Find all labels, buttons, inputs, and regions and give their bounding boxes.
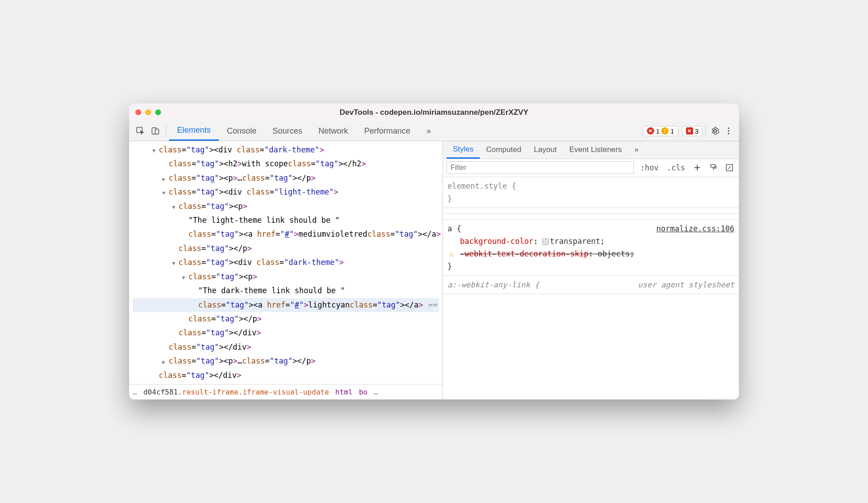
- devtools-window: DevTools - codepen.io/miriamsuzanne/pen/…: [129, 104, 739, 399]
- new-rule-icon[interactable]: [691, 164, 703, 172]
- dom-node[interactable]: "The dark-theme link should be ": [133, 284, 439, 298]
- tab-console[interactable]: Console: [219, 121, 265, 141]
- maximize-window-button[interactable]: [155, 109, 161, 115]
- warning-icon: ⚠: [449, 247, 454, 260]
- content: ▼class="tag"><div class="dark-theme">cla…: [129, 141, 739, 399]
- expand-arrow-icon[interactable]: ▶: [162, 175, 169, 184]
- styles-body[interactable]: element.style { } </div><div><span class…: [443, 177, 739, 399]
- breadcrumb[interactable]: … d04cf581.result-iframe.iframe-visual-u…: [129, 384, 443, 399]
- message-icon: ✕: [686, 127, 693, 134]
- tab-network[interactable]: Network: [310, 121, 356, 141]
- styles-subtabs: Styles Computed Layout Event Listeners »: [443, 141, 739, 159]
- breadcrumb-item[interactable]: html: [335, 388, 353, 396]
- dom-node[interactable]: ▼class="tag"><div class="dark-theme">: [133, 143, 439, 157]
- css-property[interactable]: ⚠-webkit-text-decoration-skip: objects;: [447, 247, 734, 260]
- filter-input[interactable]: [447, 161, 634, 174]
- tab-sources[interactable]: Sources: [265, 121, 310, 141]
- dom-node[interactable]: ▼class="tag"><div class="dark-theme">: [133, 256, 439, 269]
- svg-rect-6: [711, 165, 715, 167]
- inspect-element-icon[interactable]: [133, 123, 148, 139]
- tab-performance[interactable]: Performance: [356, 121, 418, 141]
- divider: [705, 125, 706, 137]
- paint-icon[interactable]: [707, 164, 719, 172]
- breadcrumb-prefix: …: [133, 388, 137, 396]
- dom-node[interactable]: class="tag"><h2>with scopeclass="tag"></…: [133, 157, 439, 171]
- expand-arrow-icon[interactable]: ▼: [152, 147, 159, 156]
- svg-point-4: [728, 130, 729, 132]
- dom-node[interactable]: class="tag"></div>: [133, 340, 439, 354]
- dom-node[interactable]: ▼class="tag"><div class="light-theme">: [133, 185, 439, 199]
- traffic-lights: [135, 109, 161, 115]
- svg-point-5: [728, 133, 729, 134]
- subtabs-overflow[interactable]: »: [628, 141, 645, 159]
- expand-arrow-icon[interactable]: ▶: [162, 358, 169, 367]
- rule-source: user agent stylesheet: [638, 278, 734, 291]
- dom-node[interactable]: class="tag"></p>: [133, 242, 439, 256]
- dom-node[interactable]: ▶class="tag"><p>…class="tag"></p>: [133, 354, 439, 368]
- css-property[interactable]: background-color: transparent;: [447, 235, 734, 247]
- css-rule[interactable]: </div><div><span class="selector-gray">@…: [443, 208, 739, 214]
- styles-panel: Styles Computed Layout Event Listeners »…: [443, 141, 739, 399]
- expand-arrow-icon[interactable]: ▼: [172, 259, 178, 268]
- main-tabs: Elements Console Sources Network Perform…: [169, 121, 439, 141]
- titlebar: DevTools - codepen.io/miriamsuzanne/pen/…: [129, 104, 739, 121]
- breadcrumb-item[interactable]: bo: [359, 388, 367, 396]
- kebab-menu-icon[interactable]: [722, 126, 735, 135]
- dom-tree[interactable]: ▼class="tag"><div class="dark-theme">cla…: [129, 141, 443, 384]
- device-toggle-icon[interactable]: [148, 123, 163, 139]
- messages-pill[interactable]: ✕ 3: [682, 126, 703, 136]
- expand-arrow-icon[interactable]: ▼: [162, 189, 169, 198]
- settings-icon[interactable]: [708, 126, 722, 135]
- expand-arrow-icon[interactable]: ▼: [172, 203, 178, 212]
- subtab-event-listeners[interactable]: Event Listeners: [563, 141, 628, 159]
- css-rule[interactable]: normalize.css:106a {background-color: tr…: [443, 220, 739, 276]
- css-rule[interactable]: </div><div class="selector">a:any-link {…: [443, 214, 739, 220]
- error-pill[interactable]: ✕ 1 ! 1: [643, 126, 678, 136]
- breadcrumb-item[interactable]: d04cf581: [143, 388, 178, 396]
- rule-source[interactable]: normalize.css:106: [656, 222, 734, 235]
- dom-node[interactable]: ▼class="tag"><p>: [133, 199, 439, 213]
- color-swatch-icon[interactable]: [542, 238, 549, 245]
- filter-bar: :hov .cls: [443, 159, 739, 177]
- computed-toggle-icon[interactable]: [724, 164, 735, 172]
- dom-node[interactable]: class="tag"></div>: [133, 326, 439, 340]
- expand-arrow-icon[interactable]: ▼: [182, 273, 188, 282]
- cls-button[interactable]: .cls: [665, 163, 687, 172]
- warning-icon: !: [661, 127, 668, 134]
- window-title: DevTools - codepen.io/miriamsuzanne/pen/…: [340, 108, 529, 117]
- hov-button[interactable]: :hov: [638, 163, 660, 172]
- css-rule[interactable]: user agent stylesheeta:-webkit-any-link …: [443, 276, 739, 294]
- breadcrumb-suffix: …: [374, 388, 378, 396]
- subtab-layout[interactable]: Layout: [528, 141, 563, 159]
- dom-node[interactable]: class="tag"></p>: [133, 312, 439, 326]
- dom-node[interactable]: "The light-theme link should be ": [133, 213, 439, 227]
- dom-node[interactable]: ▶class="tag"><p>…class="tag"></p>: [133, 171, 439, 185]
- error-icon: ✕: [647, 127, 654, 134]
- svg-rect-2: [155, 129, 159, 134]
- dom-node[interactable]: class="tag"><a href="#">mediumvioletredc…: [133, 227, 439, 241]
- dom-node[interactable]: class="tag"></div>: [133, 369, 439, 382]
- elements-panel: ▼class="tag"><div class="dark-theme">cla…: [129, 141, 443, 399]
- svg-point-3: [728, 128, 729, 129]
- main-toolbar: Elements Console Sources Network Perform…: [129, 121, 739, 141]
- minimize-window-button[interactable]: [145, 109, 151, 115]
- close-window-button[interactable]: [135, 109, 141, 115]
- dom-node[interactable]: class="tag"><a href="#">lightcyanclass="…: [133, 298, 439, 312]
- element-style-rule[interactable]: element.style { }: [443, 177, 739, 208]
- tab-elements[interactable]: Elements: [169, 121, 219, 141]
- dom-node[interactable]: ▼class="tag"><p>: [133, 270, 439, 284]
- breadcrumb-item[interactable]: .result-iframe.iframe-visual-update: [178, 388, 329, 396]
- divider: [166, 125, 166, 137]
- status-pills: ✕ 1 ! 1 ✕ 3: [643, 126, 703, 136]
- tabs-overflow[interactable]: »: [418, 121, 439, 141]
- subtab-styles[interactable]: Styles: [447, 141, 480, 159]
- subtab-computed[interactable]: Computed: [480, 141, 527, 159]
